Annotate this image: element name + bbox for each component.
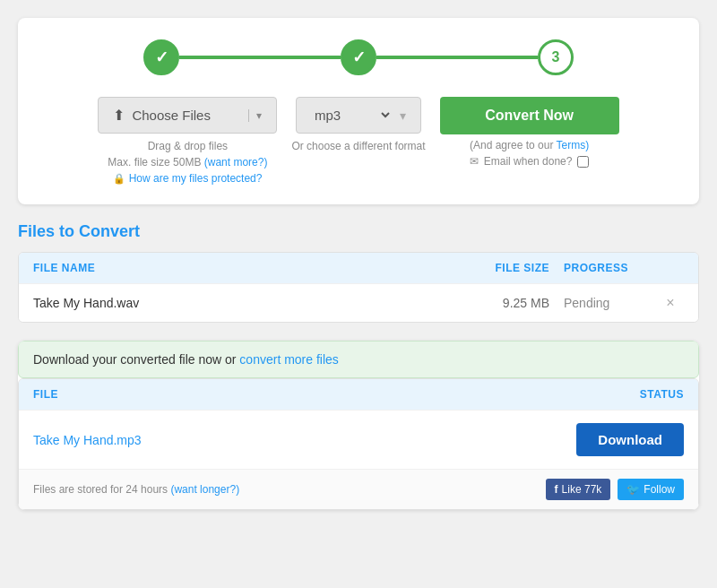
dl-col-header-status: STATUS (640, 388, 684, 401)
col-header-action (657, 262, 684, 274)
format-select-wrap: mp3 mp4 wav aac ogg flac m4a ▾ (296, 97, 421, 134)
step-2-check: ✓ (352, 48, 366, 67)
terms-link[interactable]: Terms) (557, 139, 590, 151)
terms-text: (And agree to our Terms) (470, 139, 589, 151)
col-header-progress: PROGRESS (549, 262, 657, 274)
choose-files-group: ⬆ Choose Files ▾ Drag & drop files Max. … (98, 97, 277, 186)
want-more-link[interactable]: (want more?) (204, 156, 268, 169)
choose-files-button[interactable]: ⬆ Choose Files ▾ (98, 97, 277, 134)
step-3-label: 3 (552, 49, 560, 65)
facebook-like-button[interactable]: f Like 77k (546, 479, 611, 500)
format-group: mp3 mp4 wav aac ogg flac m4a ▾ Or choose… (291, 97, 425, 154)
download-banner: Download your converted file now or conv… (18, 341, 699, 378)
files-table: FILE NAME FILE SIZE PROGRESS Take My Han… (18, 252, 699, 323)
converted-file-link[interactable]: Take My Hand.mp3 (33, 433, 576, 447)
twitter-icon: 🐦 (626, 483, 640, 496)
dl-col-header-file: FILE (33, 388, 640, 401)
step-3: 3 (538, 39, 574, 75)
social-buttons: f Like 77k 🐦 Follow (546, 479, 684, 500)
download-button[interactable]: Download (576, 423, 684, 456)
files-section-title: Files to Convert (18, 222, 699, 241)
convert-now-button[interactable]: Convert Now (440, 97, 619, 134)
email-checkbox[interactable] (577, 156, 589, 168)
converter-card: ✓ ✓ 3 ⬆ Choose Files ▾ Drag & drop files… (18, 18, 699, 204)
chevron-down-icon: ▾ (248, 109, 262, 122)
download-table: FILE STATUS Take My Hand.mp3 Download Fi… (18, 378, 699, 510)
files-to-convert-section: Files to Convert FILE NAME FILE SIZE PRO… (18, 222, 699, 323)
file-progress-cell: Pending (549, 296, 657, 310)
table-row: Take My Hand.wav 9.25 MB Pending × (19, 283, 698, 322)
email-icon: ✉ (470, 155, 479, 168)
remove-file-button[interactable]: × (657, 295, 684, 311)
step-1: ✓ (143, 39, 179, 75)
col-header-size: FILE SIZE (460, 262, 549, 274)
stepper: ✓ ✓ 3 (36, 39, 681, 75)
convert-group: Convert Now (And agree to our Terms) ✉ E… (440, 97, 619, 168)
drag-drop-hint: Drag & drop files Max. file size 50MB (w… (108, 138, 267, 186)
file-size-cell: 9.25 MB (460, 296, 549, 310)
step-line-2 (376, 56, 538, 59)
file-protection-link[interactable]: How are my files protected? (129, 172, 263, 185)
col-header-name: FILE NAME (33, 262, 460, 274)
email-row: ✉ Email when done? (470, 155, 590, 168)
upload-icon: ⬆ (113, 107, 125, 124)
step-1-check: ✓ (155, 48, 168, 67)
email-label: Email when done? (484, 155, 573, 168)
format-hint: Or choose a different format (291, 138, 425, 154)
step-line-1 (179, 56, 341, 59)
lock-icon: 🔒 (113, 173, 125, 184)
format-arrow-icon: ▾ (400, 108, 406, 123)
format-select[interactable]: mp3 mp4 wav aac ogg flac m4a (311, 107, 393, 124)
download-table-header: FILE STATUS (19, 379, 698, 410)
footer-row: Files are stored for 24 hours (want long… (19, 469, 698, 509)
download-section: Download your converted file now or conv… (18, 341, 699, 510)
footer-storage-text: Files are stored for 24 hours (want long… (33, 483, 239, 496)
choose-files-label: Choose Files (132, 108, 211, 123)
download-row: Take My Hand.mp3 Download (19, 410, 698, 469)
twitter-follow-button[interactable]: 🐦 Follow (618, 479, 684, 500)
convert-more-link[interactable]: convert more files (239, 352, 338, 367)
step-2: ✓ (341, 39, 376, 75)
controls-row: ⬆ Choose Files ▾ Drag & drop files Max. … (36, 97, 681, 186)
files-table-header: FILE NAME FILE SIZE PROGRESS (19, 253, 698, 283)
file-name-cell: Take My Hand.wav (33, 296, 460, 310)
fb-icon: f (555, 483, 558, 496)
want-longer-link[interactable]: (want longer?) (170, 483, 239, 496)
